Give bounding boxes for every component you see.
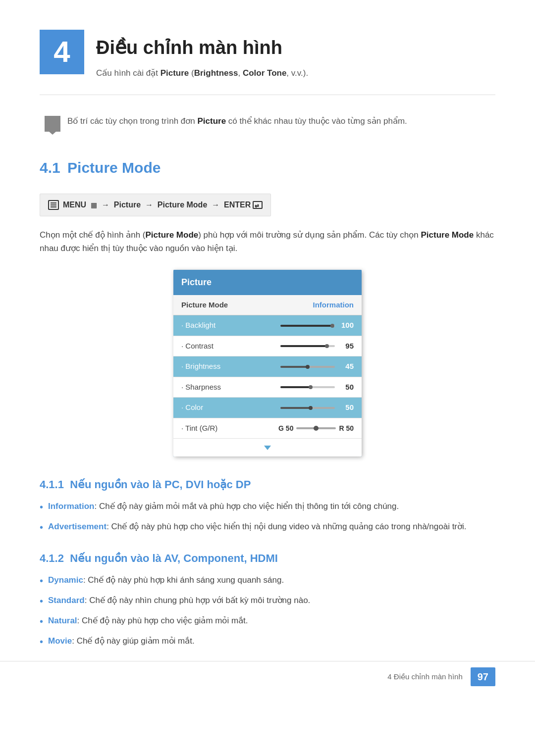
note-box: Bố trí các tùy chọn trong trình đơn Pict… — [40, 115, 495, 132]
menu-icon — [48, 200, 59, 210]
tv-menu: Picture Picture Mode Information · Backl… — [173, 270, 362, 457]
tv-menu-title: Picture — [173, 270, 362, 295]
footer-chapter-label: 4 Điều chỉnh màn hình — [387, 671, 462, 683]
bullet-dynamic: Dynamic: Chế độ này phù hợp khi ánh sáng… — [40, 573, 495, 589]
section-4-1-1-heading: 4.1.1 Nếu nguồn vào là PC, DVI hoặc DP — [40, 476, 495, 493]
bullet-natural: Natural : Chế độ này phù hợp cho việc gi… — [40, 614, 495, 629]
tv-menu-item-backlight: · Backlight 100 — [173, 315, 362, 336]
bullet-advertisement: Advertisement: Chế độ này phù hợp cho vi… — [40, 520, 495, 535]
tv-menu-container: Picture Picture Mode Information · Backl… — [40, 270, 495, 457]
section-4-1-description: Chọn một chế độ hình ảnh (Picture Mode) … — [40, 228, 495, 255]
section-4-1-2-bullets: Dynamic: Chế độ này phù hợp khi ánh sáng… — [40, 573, 495, 650]
note-icon — [45, 116, 60, 132]
chapter-header: 4 Điều chỉnh màn hình Cấu hình cài đặt P… — [40, 30, 495, 95]
note-text: Bố trí các tùy chọn trong trình đơn Pict… — [67, 115, 407, 128]
tv-menu-scroll-arrow — [173, 439, 362, 456]
bullet-standard: Standard : Chế độ này nhìn chung phù hợp… — [40, 594, 495, 609]
tv-menu-item-contrast: · Contrast 95 — [173, 336, 362, 357]
section-4-1-heading: 4.1 Picture Mode — [40, 156, 495, 179]
chapter-number: 4 — [40, 30, 84, 74]
tv-menu-item-brightness: · Brightness 45 — [173, 356, 362, 377]
tv-menu-item-tint: · Tint (G/R) G 50 R 50 — [173, 418, 362, 439]
section-4-1-2-heading: 4.1.2 Nếu nguồn vào là AV, Component, HD… — [40, 550, 495, 566]
tv-menu-header-left: Picture Mode — [181, 300, 228, 311]
bullet-movie: Movie: Chế độ này giúp giảm mỏi mắt. — [40, 634, 495, 650]
footer-page-number: 97 — [471, 667, 495, 686]
tv-menu-header-right: Information — [313, 300, 354, 311]
menu-path-text: MENU ▦ → Picture → Picture Mode → ENTER↵ — [63, 199, 263, 211]
chapter-subtitle: Cấu hình cài đặt Picture (Brightness, Co… — [96, 67, 308, 80]
chapter-title: Điều chỉnh màn hình — [96, 34, 308, 62]
bullet-information: Information: Chế độ này giảm mỏi mắt và … — [40, 500, 495, 515]
menu-path: MENU ▦ → Picture → Picture Mode → ENTER↵ — [40, 194, 271, 216]
tv-menu-item-sharpness: · Sharpness 50 — [173, 377, 362, 398]
page-footer: 4 Điều chỉnh màn hình 97 — [0, 661, 535, 686]
section-4-1-1-bullets: Information: Chế độ này giảm mỏi mắt và … — [40, 500, 495, 535]
tv-menu-header: Picture Mode Information — [173, 295, 362, 316]
tv-menu-item-color: · Color 50 — [173, 398, 362, 418]
